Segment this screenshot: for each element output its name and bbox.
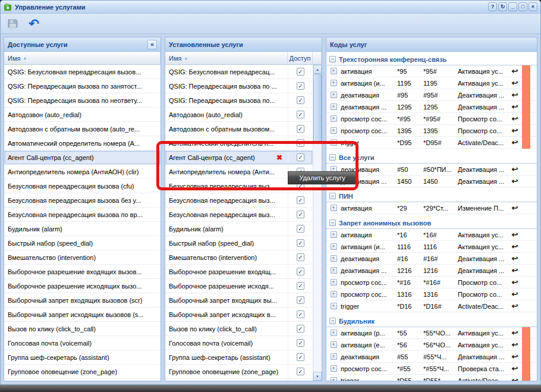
service-code-row[interactable]: +активация (и...11161116Активация ус...↩: [326, 241, 537, 253]
undo-row-icon[interactable]: ↩: [508, 139, 522, 146]
undo-row-icon[interactable]: ↩: [508, 127, 522, 134]
access-checkbox[interactable]: ✓: [297, 325, 304, 333]
close-button[interactable]: ×: [529, 2, 537, 11]
undo-row-icon[interactable]: ↩: [508, 377, 522, 381]
available-service-row[interactable]: Будильник (alarm): [4, 222, 161, 236]
service-code-row[interactable]: +активация (и...11951195Активация ус...↩: [326, 77, 537, 89]
installed-service-row[interactable]: Выборочное разрешение исходя...✓: [165, 279, 313, 293]
expand-row-icon[interactable]: +: [331, 104, 337, 110]
access-checkbox[interactable]: ✓: [297, 225, 304, 233]
collapse-group-icon[interactable]: −: [329, 56, 336, 62]
help-button[interactable]: ?: [488, 2, 497, 11]
available-service-row[interactable]: Выборочное разрешение исходящих вызо...: [4, 279, 161, 293]
service-code-row[interactable]: +активация*95*95#Активация ус...↩: [326, 65, 537, 77]
expand-row-icon[interactable]: +: [331, 92, 337, 98]
expand-row-icon[interactable]: +: [331, 80, 337, 86]
expand-row-icon[interactable]: +: [331, 231, 337, 238]
available-service-row[interactable]: QSIG: Переадресация вызова по занятост..…: [4, 79, 161, 93]
access-checkbox[interactable]: ✓: [297, 296, 304, 304]
undo-row-icon[interactable]: ↩: [508, 341, 522, 349]
available-service-row[interactable]: Вызов по клику (click_to_call): [4, 322, 161, 336]
undo-row-icon[interactable]: ↩: [508, 231, 522, 239]
access-checkbox[interactable]: ✓: [297, 253, 304, 261]
code-group-header[interactable]: −ПИН: [326, 190, 537, 202]
expand-row-icon[interactable]: +: [331, 255, 337, 262]
installed-service-row[interactable]: Группа шеф-секретарь (assistant)✓: [165, 350, 313, 365]
service-code-row[interactable]: +просмотр сос...*#16*#16#Просмотр со...↩: [326, 277, 537, 288]
access-checkbox[interactable]: ✓: [297, 139, 304, 147]
undo-row-icon[interactable]: ↩: [508, 67, 522, 75]
undo-row-icon[interactable]: ↩: [508, 79, 522, 87]
installed-service-row[interactable]: Групповой вызов (cpg)✓: [165, 379, 313, 381]
minimize-button[interactable]: _: [508, 2, 517, 11]
available-service-row[interactable]: Выборочное разрешение входящих вызов...: [4, 265, 161, 279]
access-checkbox[interactable]: ✓: [297, 96, 304, 104]
access-checkbox[interactable]: ✓: [297, 368, 304, 375]
expand-row-icon[interactable]: +: [331, 205, 337, 211]
installed-service-row[interactable]: Выборочный запрет исходящих в...✓: [165, 308, 313, 322]
collapse-panel-icon[interactable]: «: [147, 40, 157, 49]
installed-service-row[interactable]: Выборочное разрешение входящ...✓: [165, 265, 313, 279]
expand-row-icon[interactable]: +: [331, 243, 337, 250]
service-code-row[interactable]: +просмотр сос...13161316Просмотр со...↩: [326, 288, 537, 300]
installed-service-row[interactable]: Агент Call-центра (cc_agent)✖✓: [165, 150, 313, 165]
available-service-row[interactable]: Автоматический определитель номера (A...: [4, 136, 161, 150]
expand-row-icon[interactable]: +: [331, 303, 337, 309]
scroll-down-icon[interactable]: ▼: [313, 372, 322, 381]
installed-service-row[interactable]: Будильник (alarm)✓: [165, 222, 313, 236]
collapse-group-icon[interactable]: −: [329, 154, 336, 161]
undo-row-icon[interactable]: ↩: [508, 103, 522, 111]
access-checkbox[interactable]: ✓: [297, 196, 304, 204]
available-service-row[interactable]: Безусловная переадресация вызова без у..…: [4, 193, 161, 208]
delete-service-icon[interactable]: ✖: [275, 153, 284, 162]
service-code-row[interactable]: +активация*29*29*Ст...Изменение П...↩: [326, 202, 537, 214]
available-service-row[interactable]: Группа шеф-секретарь (assistant): [4, 350, 161, 365]
code-group-header[interactable]: −Запрет анонимных вызовов: [326, 217, 537, 229]
available-service-row[interactable]: Безусловная переадресация вызова по вр..…: [4, 208, 161, 222]
undo-row-icon[interactable]: ↩: [508, 243, 522, 250]
service-code-row[interactable]: +деактивация ...14501450Деактивация ...↩: [326, 175, 537, 187]
expand-row-icon[interactable]: +: [331, 279, 337, 286]
installed-service-row[interactable]: Выборочный запрет входящих вы...✓: [165, 293, 313, 308]
available-service-row[interactable]: Выборочный запрет входящих вызовов (scr): [4, 293, 161, 308]
access-checkbox[interactable]: ✓: [297, 282, 304, 290]
undo-row-icon[interactable]: ↩: [508, 165, 522, 173]
expand-row-icon[interactable]: +: [331, 127, 337, 134]
expand-row-icon[interactable]: +: [331, 115, 337, 122]
scrollbar-track[interactable]: [313, 74, 322, 372]
scrollbar-thumb[interactable]: [313, 74, 322, 144]
installed-service-row[interactable]: QSIG: Переадресация вызова по ...✓: [165, 79, 313, 93]
access-checkbox[interactable]: ✓: [297, 211, 304, 218]
available-service-row[interactable]: Автодозвон с обратным вызовом (auto_re..…: [4, 122, 161, 136]
available-service-row[interactable]: Групповой вызов (cpg): [4, 379, 161, 381]
available-service-row[interactable]: Автодозвон (auto_redial): [4, 108, 161, 122]
expand-row-icon[interactable]: +: [331, 341, 337, 348]
available-service-row[interactable]: QSIG: Переадресация вызова по неответу..…: [4, 93, 161, 108]
expand-row-icon[interactable]: +: [331, 353, 337, 360]
service-code-row[interactable]: +активация (е...*56*56*ЧО...Активация ус…: [326, 339, 537, 351]
access-checkbox[interactable]: ✓: [297, 153, 304, 161]
available-service-row[interactable]: Групповое оповещение (zone_page): [4, 365, 161, 379]
code-group-header[interactable]: −Будильник: [326, 315, 537, 327]
undo-row-icon[interactable]: ↩: [508, 204, 522, 212]
installed-service-row[interactable]: Вызов по клику (click_to_call)✓: [165, 322, 313, 336]
available-service-row[interactable]: Агент Call-центра (cc_agent): [4, 150, 161, 165]
undo-row-icon[interactable]: ↩: [508, 115, 522, 123]
collapse-group-icon[interactable]: −: [329, 318, 336, 324]
service-code-row[interactable]: +trigger*D55*D55*...Activate/Deac...↩: [326, 375, 537, 381]
expand-row-icon[interactable]: +: [331, 291, 337, 297]
undo-row-icon[interactable]: ↩: [508, 278, 522, 286]
expand-row-icon[interactable]: +: [331, 139, 337, 146]
undo-row-icon[interactable]: ↩: [508, 290, 522, 298]
expand-row-icon[interactable]: +: [331, 330, 337, 336]
code-group-header[interactable]: −Трехсторонняя конференц-связь: [326, 54, 537, 65]
service-code-row[interactable]: +просмотр сос...*#95*#95#Просмотр со...↩: [326, 113, 537, 125]
save-button[interactable]: [5, 16, 20, 32]
expand-row-icon[interactable]: +: [331, 68, 337, 74]
service-code-row[interactable]: +деактивация ...12951295Деактивация ...↩: [326, 101, 537, 113]
service-code-row[interactable]: +просмотр сос...*#55*#55*Ч...Проверка ст…: [326, 363, 537, 375]
collapse-group-icon[interactable]: −: [329, 193, 336, 199]
installed-service-row[interactable]: Безусловная переадресация выз...✓: [165, 208, 313, 222]
access-checkbox[interactable]: ✓: [297, 311, 304, 318]
undo-row-icon[interactable]: ↩: [508, 255, 522, 262]
